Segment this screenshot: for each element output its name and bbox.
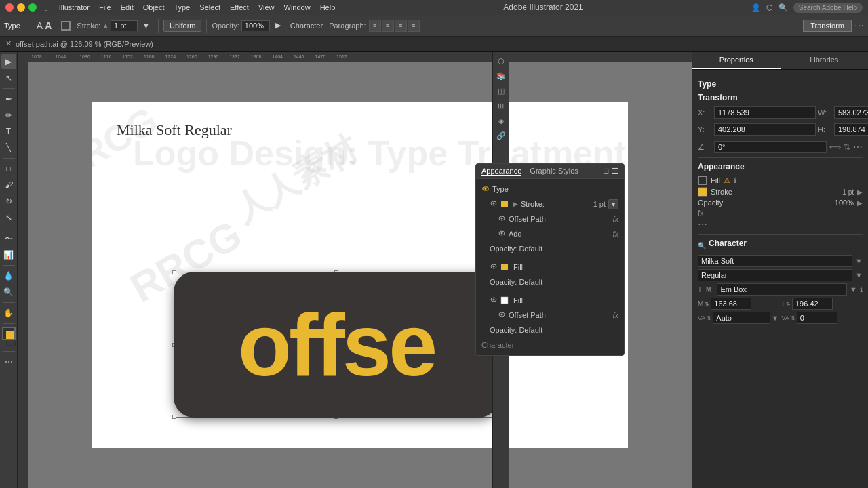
ap-fill2-row[interactable]: Fill: <box>476 293 624 308</box>
x-value-input[interactable] <box>714 106 816 119</box>
ap-offset-path-row[interactable]: Offset Path fx <box>476 211 624 226</box>
em-box-select[interactable]: Em Box <box>717 283 847 296</box>
artboards-icon-btn[interactable]: ⊞ <box>494 99 508 113</box>
ap-add-row[interactable]: Add fx <box>476 226 624 241</box>
opacity-expand-button[interactable]: ▶ <box>272 20 284 31</box>
menu-file[interactable]: File <box>99 3 111 12</box>
menu-view[interactable]: View <box>258 3 275 12</box>
fill-info-icon[interactable]: ℹ <box>734 176 736 185</box>
direct-select-tool[interactable]: ↖ <box>1 70 16 85</box>
leading-input[interactable] <box>792 298 833 310</box>
align-justify-button[interactable]: ≡ <box>408 20 420 32</box>
libraries-tab[interactable]: Libraries <box>781 52 869 69</box>
menu-type[interactable]: Type <box>174 3 191 12</box>
expand-icon[interactable]: ⊞ <box>603 167 609 176</box>
font-size-input[interactable] <box>711 298 751 310</box>
type-tool[interactable]: T <box>1 124 16 139</box>
assets-icon-btn[interactable]: ◈ <box>494 114 508 127</box>
menu-effect[interactable]: Effect <box>230 3 249 12</box>
menu-illustrator[interactable]: Illustrator <box>59 3 90 12</box>
layers-icon-btn[interactable]: ◫ <box>494 84 508 98</box>
font-family-expand[interactable]: ▼ <box>855 257 863 265</box>
scale-tool[interactable]: ⤡ <box>1 210 16 225</box>
stroke-value-input[interactable] <box>111 20 138 31</box>
tracking-expand[interactable]: ▼ <box>772 314 779 322</box>
user-icon[interactable]: 👤 <box>751 3 761 12</box>
more-appearance-icon[interactable]: ⋯ <box>698 219 707 230</box>
fill-appear-swatch[interactable] <box>698 176 707 185</box>
select-tool[interactable]: ▶ <box>1 54 16 69</box>
y-value-input[interactable] <box>714 123 816 136</box>
apple-icon[interactable]:  <box>45 3 48 13</box>
align-left-button[interactable]: ≡ <box>369 20 381 32</box>
search-icon-char[interactable]: 🔍 <box>698 242 706 249</box>
h-value-input[interactable] <box>834 123 868 136</box>
font-family-select[interactable]: Milka Soft <box>698 255 852 267</box>
stroke-color-button[interactable] <box>58 20 74 32</box>
ap-stroke-visibility[interactable] <box>490 200 498 208</box>
em-box-expand[interactable]: ▼ <box>850 285 857 293</box>
w-value-input[interactable] <box>834 106 868 119</box>
hand-tool[interactable]: ✋ <box>1 306 16 321</box>
curvature-tool[interactable]: ✏ <box>1 108 16 123</box>
ap-fill-visibility[interactable] <box>490 263 498 271</box>
search-icon[interactable]: 🔍 <box>778 3 788 12</box>
more-icon-btn[interactable]: ⋯ <box>494 144 508 157</box>
stroke-expand-arrow[interactable]: ▶ <box>513 201 518 207</box>
ap-stroke-options-btn[interactable]: ▾ <box>608 199 618 209</box>
character-style-button[interactable]: A A <box>33 19 55 33</box>
tracking-select[interactable]: Auto <box>713 312 770 324</box>
more-tools-button[interactable]: ⋯ <box>1 354 16 369</box>
stroke-expand-right-icon[interactable]: ▶ <box>857 188 863 196</box>
eyedropper-tool[interactable]: 💧 <box>1 268 16 283</box>
cloud-icon[interactable]: ⬡ <box>766 3 773 12</box>
properties-icon-btn[interactable]: ⬡ <box>494 54 508 68</box>
ap-fill2-visibility[interactable] <box>490 296 498 304</box>
font-style-select[interactable]: Regular <box>698 269 852 281</box>
angle-value-input[interactable] <box>714 141 827 153</box>
ap-offset2-row[interactable]: Offset Path fx <box>476 308 624 323</box>
rectangle-tool[interactable]: □ <box>1 161 16 176</box>
flip-h-icon[interactable]: ⟺ <box>829 142 841 152</box>
ap-offset2-visibility[interactable] <box>498 311 506 319</box>
properties-tab[interactable]: Properties <box>692 52 781 69</box>
kerning-input[interactable] <box>797 312 837 324</box>
font-style-expand[interactable]: ▼ <box>855 271 863 279</box>
canvas-content[interactable]: RRCG 人人素材 RRCG 人人素材 Milka Soft Regular L… <box>28 62 692 488</box>
menu-window[interactable]: Window <box>284 3 311 12</box>
opacity-value-input[interactable] <box>241 20 270 31</box>
fill-swatch[interactable] <box>2 327 16 340</box>
ap-stroke-row[interactable]: ▶ Stroke: 1 pt ▾ <box>476 197 624 211</box>
transform-button[interactable]: Transform <box>803 20 852 32</box>
more-transform-icon[interactable]: ⋯ <box>853 142 863 152</box>
handle-bottom-left[interactable] <box>172 415 176 419</box>
rotate-tool[interactable]: ↻ <box>1 194 16 209</box>
panel-menu-icon[interactable]: ☰ <box>612 167 618 176</box>
uniform-button[interactable]: Uniform <box>163 20 202 32</box>
flip-v-icon[interactable]: ⇅ <box>844 142 850 152</box>
toolbar-more-icon[interactable]: ⋯ <box>854 20 864 31</box>
minimize-button[interactable] <box>17 3 25 12</box>
line-tool[interactable]: ╲ <box>1 140 16 155</box>
close-button[interactable] <box>5 3 14 12</box>
align-right-button[interactable]: ≡ <box>395 20 407 32</box>
ap-offset-visibility[interactable] <box>498 215 506 223</box>
align-center-button[interactable]: ≡ <box>382 20 394 32</box>
menu-help[interactable]: Help <box>320 3 336 12</box>
ap-add-visibility[interactable] <box>498 230 506 238</box>
warp-tool[interactable]: 〜 <box>1 231 16 246</box>
maximize-button[interactable] <box>28 3 37 12</box>
library-icon-btn[interactable]: 📚 <box>494 69 508 83</box>
doc-tab-name[interactable]: offset path.ai @ 126.09 % (RGB/Preview) <box>16 40 153 48</box>
pen-tool[interactable]: ✒ <box>1 92 16 106</box>
menu-edit[interactable]: Edit <box>121 3 134 12</box>
opacity-expand-icon[interactable]: ▶ <box>857 199 863 207</box>
menu-select[interactable]: Select <box>199 3 220 12</box>
logo-graphic-element[interactable]: offse <box>174 272 499 421</box>
ap-fill-row[interactable]: Fill: <box>476 260 624 274</box>
handle-top-left[interactable] <box>172 270 176 274</box>
zoom-tool[interactable]: 🔍 <box>1 285 16 300</box>
menu-object[interactable]: Object <box>143 3 165 12</box>
doc-close-button[interactable]: ✕ <box>5 39 12 48</box>
stroke-up-icon[interactable]: ▲ <box>102 22 109 30</box>
